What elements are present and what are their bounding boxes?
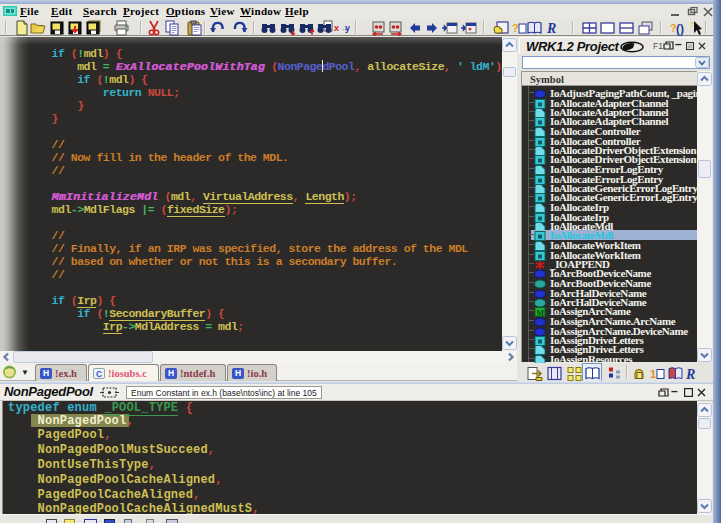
svg-text:x: x bbox=[334, 23, 339, 33]
svg-text:1: 1 bbox=[650, 368, 656, 380]
svg-text:(): () bbox=[676, 22, 684, 36]
svg-text:R: R bbox=[685, 367, 695, 382]
svg-text:R: R bbox=[546, 21, 556, 36]
svg-text:y: y bbox=[345, 23, 350, 33]
svg-text:?: ? bbox=[512, 22, 519, 34]
